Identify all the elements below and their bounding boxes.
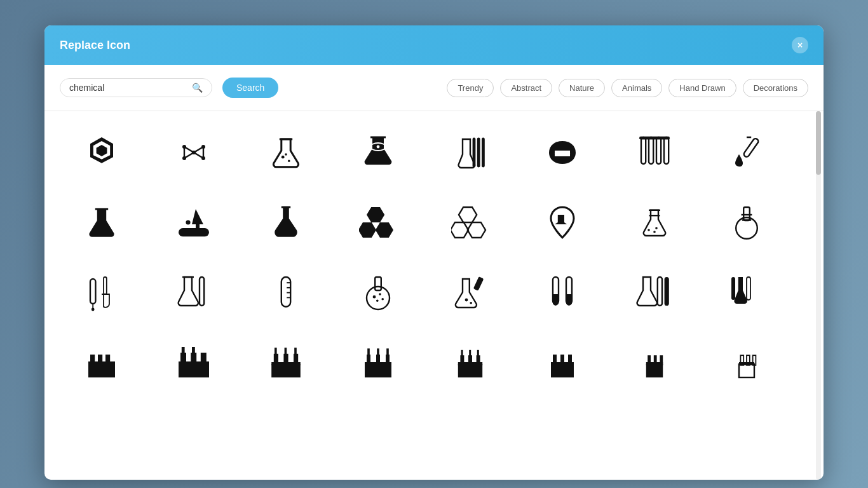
icon-conical-flask-small[interactable] [616, 194, 693, 251]
icons-grid [64, 124, 804, 391]
icon-hexagons-solid[interactable] [340, 194, 416, 251]
svg-marker-37 [359, 222, 376, 238]
filter-tags: Trendy Abstract Nature Animals Hand Draw… [447, 79, 808, 97]
filter-trendy[interactable]: Trendy [447, 79, 494, 97]
svg-rect-88 [271, 364, 301, 377]
scrollbar-thumb[interactable] [816, 111, 821, 175]
icon-erlenmeyer-flask[interactable] [64, 194, 140, 251]
icon-factory-7[interactable] [616, 334, 693, 391]
icon-location-pin-flask[interactable] [524, 194, 600, 251]
icon-protective-mask[interactable] [524, 124, 600, 181]
icon-atom-flask[interactable] [340, 124, 416, 181]
filter-nature[interactable]: Nature [559, 79, 605, 97]
icon-test-tube-dropper[interactable] [64, 264, 140, 321]
filter-abstract[interactable]: Abstract [500, 79, 552, 97]
svg-rect-121 [646, 362, 663, 365]
icon-flask-bubbles[interactable] [248, 124, 324, 181]
svg-point-15 [285, 153, 287, 156]
icon-hexagons-outline[interactable] [432, 194, 508, 251]
svg-rect-53 [104, 277, 107, 294]
svg-point-0 [100, 149, 104, 152]
svg-point-23 [566, 151, 570, 155]
icon-graduated-cylinder[interactable] [248, 264, 324, 321]
svg-rect-75 [747, 277, 750, 300]
svg-point-52 [92, 308, 95, 311]
svg-rect-55 [200, 277, 204, 306]
icon-hexagon-molecule[interactable] [64, 124, 140, 181]
icon-factory-1[interactable] [64, 334, 140, 391]
svg-point-44 [653, 231, 656, 233]
svg-rect-26 [656, 137, 661, 164]
svg-rect-101 [367, 348, 370, 356]
svg-rect-95 [294, 348, 297, 355]
svg-marker-39 [468, 222, 485, 238]
svg-line-7 [194, 147, 203, 152]
svg-rect-102 [377, 348, 379, 356]
icon-factory-2[interactable] [156, 334, 232, 391]
modal-header: Replace Icon × [44, 25, 824, 65]
svg-rect-24 [641, 137, 646, 164]
search-button[interactable]: Search [222, 78, 278, 98]
svg-point-22 [555, 151, 559, 155]
icon-factory-3[interactable] [248, 334, 324, 391]
icon-molecule-structure[interactable] [156, 124, 232, 181]
svg-point-65 [376, 299, 379, 302]
svg-line-8 [184, 152, 194, 158]
icon-round-flask-bubbles[interactable] [340, 264, 416, 321]
search-icon: 🔍 [192, 83, 203, 93]
icon-factory-8[interactable] [709, 334, 785, 391]
svg-marker-35 [367, 207, 384, 222]
filter-decorations[interactable]: Decorations [743, 79, 808, 97]
icon-round-bottom-flask[interactable] [709, 194, 785, 251]
svg-rect-92 [271, 362, 301, 365]
svg-rect-85 [179, 362, 209, 365]
filter-hand-drawn[interactable]: Hand Drawn [668, 79, 736, 97]
icon-flask-tube-set[interactable] [156, 264, 232, 321]
svg-rect-76 [88, 364, 115, 377]
icon-round-flask[interactable] [248, 194, 324, 251]
search-container: 🔍 [60, 78, 212, 97]
svg-rect-73 [665, 277, 669, 306]
filter-animals[interactable]: Animals [611, 79, 662, 97]
icon-flask-tubes[interactable] [432, 124, 508, 181]
svg-point-13 [281, 156, 285, 159]
svg-rect-112 [551, 364, 574, 377]
svg-marker-38 [459, 207, 477, 222]
svg-rect-110 [469, 350, 471, 356]
svg-line-9 [194, 152, 203, 158]
svg-rect-81 [179, 364, 209, 377]
svg-rect-29 [743, 138, 759, 158]
icon-test-tubes-rack[interactable] [616, 124, 693, 181]
modal-title: Replace Icon [60, 39, 130, 52]
replace-icon-modal: Replace Icon × 🔍 Search Trendy Abstract … [44, 25, 824, 480]
svg-point-43 [655, 227, 658, 229]
svg-rect-67 [473, 276, 484, 291]
svg-rect-96 [365, 364, 391, 377]
close-button[interactable]: × [792, 37, 808, 53]
svg-rect-87 [192, 347, 195, 355]
icon-triple-flask[interactable] [709, 264, 785, 321]
svg-rect-104 [458, 364, 482, 377]
svg-rect-94 [285, 348, 287, 355]
svg-point-33 [186, 220, 190, 224]
svg-rect-27 [664, 137, 668, 164]
icon-test-tube-drop[interactable] [709, 124, 785, 181]
icon-factory-5[interactable] [432, 334, 508, 391]
svg-rect-111 [477, 350, 479, 356]
svg-rect-93 [275, 348, 277, 355]
svg-point-63 [373, 295, 376, 299]
icon-flask-with-tool[interactable] [432, 264, 508, 321]
icon-test-tube-pair[interactable] [524, 264, 600, 321]
svg-marker-40 [451, 222, 468, 238]
svg-rect-25 [649, 137, 653, 164]
svg-line-6 [184, 147, 194, 152]
search-input[interactable] [69, 83, 188, 93]
modal-toolbar: 🔍 Search Trendy Abstract Nature Animals … [44, 65, 824, 111]
svg-rect-74 [731, 277, 735, 300]
icon-flask-tube-combo[interactable] [616, 264, 693, 321]
svg-rect-100 [365, 362, 391, 365]
icon-factory-6[interactable] [524, 334, 600, 391]
svg-rect-32 [179, 228, 209, 236]
icon-dropper-dish[interactable] [156, 194, 232, 251]
icon-factory-4[interactable] [340, 334, 416, 391]
